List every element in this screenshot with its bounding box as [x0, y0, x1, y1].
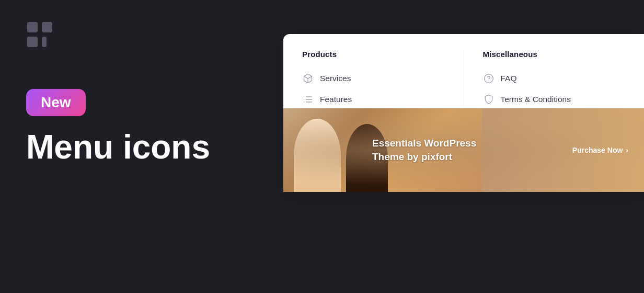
- menu-item-faq[interactable]: FAQ: [483, 68, 626, 89]
- list-icon: [302, 94, 314, 105]
- svg-rect-0: [27, 22, 38, 32]
- menu-item-features[interactable]: Features: [302, 89, 445, 110]
- purchase-now-button[interactable]: Purchase Now ›: [572, 146, 628, 154]
- content-area: New Menu icons: [26, 89, 210, 165]
- menu-item-features-label: Features: [320, 95, 352, 104]
- menu-item-faq-label: FAQ: [501, 74, 517, 83]
- logo: [26, 21, 53, 48]
- page-title: Menu icons: [26, 129, 210, 165]
- svg-rect-2: [27, 37, 38, 47]
- banner-background: Essentials WordPressTheme by pixfort Pur…: [283, 108, 644, 192]
- products-header: Products: [302, 50, 445, 59]
- svg-rect-3: [42, 37, 47, 47]
- dropdown-panel: Products Services: [283, 34, 644, 192]
- svg-point-16: [484, 74, 493, 83]
- menu-item-services-label: Services: [320, 74, 351, 83]
- menu-item-terms[interactable]: Terms & Conditions: [483, 89, 626, 110]
- box-icon: [302, 73, 314, 84]
- svg-rect-1: [42, 22, 52, 32]
- menu-item-services[interactable]: Services: [302, 68, 445, 89]
- shield-icon: [483, 94, 494, 105]
- purchase-now-label: Purchase Now: [572, 146, 623, 154]
- new-badge: New: [26, 89, 86, 116]
- bottom-banner: Essentials WordPressTheme by pixfort Pur…: [283, 108, 644, 192]
- banner-text-area: Essentials WordPressTheme by pixfort: [372, 137, 476, 163]
- question-icon: [483, 73, 494, 84]
- arrow-right-icon: ›: [626, 146, 628, 154]
- miscellaneous-header: Miscellaneous: [483, 50, 626, 59]
- banner-title: Essentials WordPressTheme by pixfort: [372, 137, 476, 163]
- menu-item-terms-label: Terms & Conditions: [501, 95, 571, 104]
